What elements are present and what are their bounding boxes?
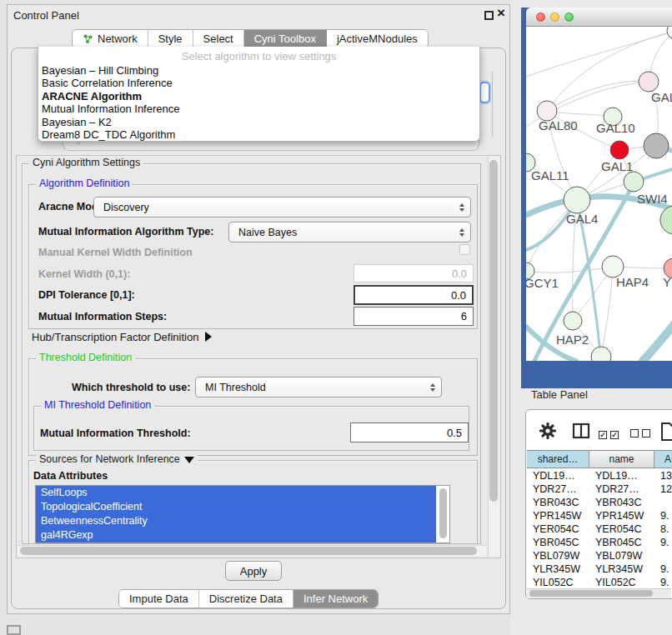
collapsed-panel-icon[interactable] bbox=[7, 625, 21, 635]
table-row[interactable]: YPR145WYPR145W9. bbox=[527, 509, 672, 522]
attribute-item[interactable]: gal4RGexp bbox=[36, 528, 436, 542]
table-cell: 9. bbox=[654, 510, 672, 522]
mi-algorithm-type-label: Mutual Information Algorithm Type: bbox=[38, 226, 213, 238]
network-node[interactable] bbox=[610, 141, 629, 159]
split-columns-icon[interactable] bbox=[572, 422, 590, 440]
close-icon[interactable]: × bbox=[497, 5, 505, 22]
tab-label: Infer Network bbox=[303, 592, 368, 605]
new-table-icon[interactable] bbox=[660, 422, 672, 442]
algorithm-option[interactable]: Bayesian – Hill Climbing bbox=[38, 64, 479, 77]
network-node-label: GAL80 bbox=[539, 118, 578, 132]
table-row[interactable]: YIL052CYIL052C9. bbox=[527, 576, 672, 588]
network-node-label: GAL10 bbox=[596, 121, 635, 135]
zoom-traffic-light[interactable] bbox=[564, 12, 574, 22]
kernel-width-field[interactable]: 0.0 bbox=[354, 264, 474, 282]
table-row[interactable]: YDR27…YDR27…12 bbox=[527, 482, 672, 496]
table-cell: YBL079W bbox=[589, 550, 654, 562]
table-toolbar: ✓✓ bbox=[525, 417, 672, 445]
tab-impute-data[interactable]: Impute Data bbox=[119, 590, 199, 608]
network-edge[interactable] bbox=[526, 31, 672, 77]
list-scrollbar-thumb[interactable] bbox=[439, 488, 447, 538]
tab-jactivemnodules[interactable]: jActiveMNodules bbox=[327, 30, 428, 48]
table-row[interactable]: YLR345WYLR345W9. bbox=[527, 562, 672, 576]
collapse-arrow-icon[interactable] bbox=[184, 457, 194, 463]
network-node[interactable] bbox=[639, 72, 659, 92]
table-cell: YPR145W bbox=[527, 510, 589, 522]
table-body: YDL19…YDL19…13YDR27…YDR27…12YBR043CYBR04… bbox=[527, 469, 672, 588]
table-cell: YIL052C bbox=[527, 577, 589, 588]
data-attributes-label: Data Attributes bbox=[33, 470, 108, 482]
sources-legend: Sources for Network Inference bbox=[36, 453, 198, 465]
mi-steps-field[interactable]: 6 bbox=[354, 307, 474, 326]
attribute-item[interactable]: BetweennessCentrality bbox=[36, 514, 436, 528]
which-threshold-label: Which threshold to use: bbox=[72, 382, 190, 393]
minimize-traffic-light[interactable] bbox=[550, 12, 559, 22]
network-edge[interactable] bbox=[643, 302, 672, 361]
tab-network[interactable]: Network bbox=[73, 30, 148, 48]
column-header-shared[interactable]: shared… bbox=[527, 450, 589, 468]
algorithm-option[interactable]: Bayesian – K2 bbox=[38, 116, 479, 128]
table-row[interactable]: YER054CYER054C8. bbox=[527, 522, 672, 536]
settings-hscroll-thumb[interactable] bbox=[20, 547, 477, 555]
which-threshold-value: MI Threshold bbox=[205, 382, 266, 393]
table-cell: YBL079W bbox=[527, 550, 589, 562]
hub-transcription-section-label[interactable]: Hub/Transcription Factor Definition bbox=[32, 331, 198, 343]
aracne-mode-select[interactable]: Discovery bbox=[93, 197, 471, 218]
table-row[interactable]: YBR043CYBR043C bbox=[527, 496, 672, 509]
table-row[interactable]: YDL19…YDL19…13 bbox=[527, 469, 672, 482]
attribute-item[interactable]: TopologicalCoefficient bbox=[36, 500, 436, 514]
tab-discretize-data[interactable]: Discretize Data bbox=[199, 590, 293, 608]
column-header-name[interactable]: name bbox=[589, 450, 654, 468]
tab-cyni-toolbox[interactable]: Cyni Toolbox bbox=[244, 30, 327, 48]
attribute-item[interactable]: SelfLoops bbox=[36, 486, 436, 500]
algorithm-dropdown: Select algorithm to view settings Bayesi… bbox=[38, 47, 480, 142]
close-traffic-light[interactable] bbox=[536, 12, 545, 22]
network-node[interactable] bbox=[624, 172, 644, 192]
deselect-all-checkboxes-icon[interactable] bbox=[630, 426, 654, 441]
settings-vscroll-thumb[interactable] bbox=[489, 160, 498, 502]
tab-label: Impute Data bbox=[129, 592, 188, 605]
table-row[interactable]: YBR045CYBR045C9. bbox=[527, 536, 672, 549]
network-node[interactable] bbox=[644, 133, 669, 158]
network-edge[interactable] bbox=[601, 267, 613, 357]
table-cell: 13 bbox=[654, 470, 672, 482]
tab-label: Cyni Toolbox bbox=[254, 32, 316, 45]
table-cell: 8. bbox=[654, 523, 672, 535]
float-window-icon[interactable] bbox=[484, 11, 494, 20]
network-node[interactable] bbox=[564, 312, 582, 330]
which-threshold-select[interactable]: MI Threshold bbox=[195, 377, 442, 398]
manual-kernel-width-label: Manual Kernel Width Definition bbox=[38, 247, 193, 258]
network-node[interactable] bbox=[660, 206, 672, 234]
algorithm-option[interactable]: ARACNE Algorithm bbox=[38, 90, 479, 102]
table-hscroll-thumb[interactable] bbox=[529, 590, 653, 597]
network-node[interactable] bbox=[564, 187, 590, 213]
network-window-titlebar[interactable] bbox=[526, 8, 672, 27]
tab-label: Select bbox=[203, 32, 233, 45]
network-edge[interactable] bbox=[526, 267, 613, 272]
tab-select[interactable]: Select bbox=[193, 30, 244, 48]
table-cell: 9. bbox=[654, 537, 672, 548]
gear-icon[interactable] bbox=[539, 422, 557, 440]
network-canvas[interactable]: GALGAL80GAL10GAL1GAL11SWI4GAL4GCY1HAP4YH… bbox=[526, 27, 672, 361]
algorithm-option[interactable]: Basic Correlation Inference bbox=[38, 77, 479, 89]
dpi-tolerance-field[interactable]: 0.0 bbox=[354, 285, 474, 305]
manual-kernel-width-checkbox[interactable] bbox=[459, 244, 470, 255]
algorithm-option[interactable]: Dream8 DC_TDC Algorithm bbox=[38, 128, 479, 141]
mi-algorithm-type-select[interactable]: Naive Bayes bbox=[228, 222, 471, 242]
table-cell: YER054C bbox=[527, 523, 589, 535]
mi-threshold-field[interactable]: 0.5 bbox=[350, 422, 469, 442]
apply-button[interactable]: Apply bbox=[225, 561, 282, 581]
column-header-partial[interactable]: A bbox=[654, 450, 672, 468]
expand-arrow-icon[interactable] bbox=[205, 332, 212, 342]
network-node[interactable] bbox=[591, 347, 611, 361]
select-all-checkboxes-icon[interactable]: ✓✓ bbox=[599, 426, 622, 441]
tab-label: Discretize Data bbox=[209, 592, 283, 605]
table-panel-title: Table Panel bbox=[531, 388, 588, 401]
tab-style[interactable]: Style bbox=[148, 30, 193, 48]
algorithm-option[interactable]: Mutual Information Inference bbox=[38, 102, 479, 115]
mi-algorithm-type-value: Naive Bayes bbox=[238, 227, 297, 238]
tab-infer-network[interactable]: Infer Network bbox=[293, 590, 378, 608]
table-cell: YBR045C bbox=[589, 537, 654, 548]
table-row[interactable]: YBL079WYBL079W bbox=[527, 549, 672, 562]
data-attributes-list[interactable]: SelfLoopsTopologicalCoefficientBetweenne… bbox=[35, 485, 450, 543]
